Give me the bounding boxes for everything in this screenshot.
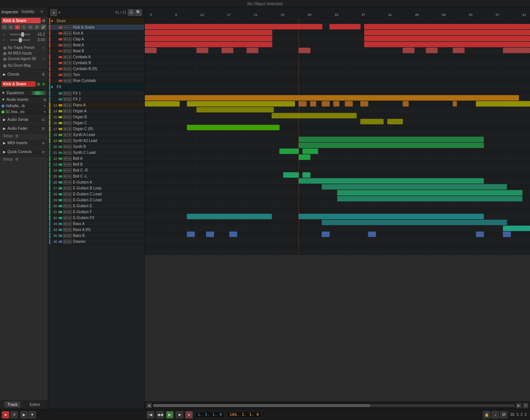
list-item[interactable]: 19 m s Synth A2 Lead <box>48 138 144 144</box>
solo-button[interactable]: s <box>67 192 72 196</box>
play-btn[interactable]: ▶ <box>166 411 173 419</box>
mute-button[interactable]: m <box>63 25 67 30</box>
marker-btn[interactable]: M <box>500 411 507 419</box>
solo-button[interactable]: s <box>67 49 72 53</box>
solo-button[interactable]: s <box>67 239 72 244</box>
list-item[interactable]: 35 m s Bass B <box>48 233 144 239</box>
sub-track-badge[interactable]: Kick & Snare <box>1 81 36 87</box>
list-item[interactable]: 22 m s Bell A <box>48 156 144 162</box>
record-transport-btn[interactable]: ● <box>185 411 193 419</box>
solo-button[interactable]: s <box>67 234 72 238</box>
solo-button[interactable]: s <box>67 198 72 202</box>
solo-button[interactable]: s <box>67 222 72 226</box>
volume-fader[interactable] <box>10 34 30 35</box>
mute-button[interactable]: m <box>63 239 67 244</box>
mute-button[interactable]: m <box>63 168 67 173</box>
solo-button[interactable]: s <box>67 133 72 137</box>
mute-button[interactable]: m <box>63 133 67 137</box>
solo-button[interactable]: s <box>67 109 72 113</box>
mute-button[interactable]: m <box>63 222 67 226</box>
list-item[interactable]: m s Cymbals B (R) <box>48 66 144 72</box>
scroll-left-btn[interactable]: ◀ <box>146 403 152 408</box>
solo-button[interactable]: s <box>67 61 72 65</box>
chords-header[interactable]: ▶ Chords ☰ <box>1 71 46 77</box>
solo-button[interactable]: s <box>67 168 72 173</box>
chords-menu-icon[interactable]: ☰ <box>42 73 45 76</box>
mute-button[interactable]: m <box>63 198 67 202</box>
list-item[interactable]: 28 m s E-Guitars C Lead <box>48 191 144 197</box>
solo-button[interactable]: s <box>67 162 72 167</box>
mute-button[interactable]: m <box>63 127 67 131</box>
mute-button[interactable]: m <box>63 234 67 238</box>
list-item[interactable]: 13 m s Piano A <box>48 102 144 108</box>
solo-button[interactable]: s <box>67 115 72 119</box>
list-item[interactable]: 33 m s Bass A <box>48 221 144 227</box>
rewind-to-start-btn[interactable]: |◀ <box>147 411 154 419</box>
tab-editor[interactable]: Editor <box>27 401 43 407</box>
list-item[interactable]: 30 m s E-Guitars E <box>48 203 144 209</box>
audio-fader-icon[interactable]: ⊡ <box>42 127 45 130</box>
setup-row[interactable]: Setup ⚙ <box>0 133 48 139</box>
plugin1-name[interactable]: Valhalla...rb <box>6 104 42 108</box>
list-item[interactable]: 29 m s E-Guitars D Lead <box>48 197 144 203</box>
mute-button[interactable]: m <box>63 174 67 179</box>
solo-button[interactable]: s <box>67 91 72 96</box>
mute-button[interactable]: m <box>63 109 67 113</box>
solo-button[interactable]: s <box>67 151 72 155</box>
dropdown-icon[interactable]: ▼ <box>58 11 61 14</box>
pan-fader[interactable] <box>10 39 30 41</box>
group-collapse-icon[interactable]: ▼ <box>50 85 56 89</box>
list-item[interactable]: 20 m s Synth B <box>48 144 144 150</box>
lock-btn[interactable]: 🔒 <box>483 411 490 419</box>
mute-button[interactable]: m <box>63 210 67 214</box>
mute-button[interactable]: m <box>63 151 67 155</box>
solo-button[interactable]: s <box>67 186 72 191</box>
midi-inputs-row[interactable]: ⬤ All MIDI Inputs <box>1 50 46 56</box>
audio-sends-icon[interactable]: ⊡ <box>42 118 45 122</box>
list-item[interactable]: 25 m s Bell C -L <box>48 173 144 179</box>
mute-button[interactable]: m <box>63 73 67 77</box>
list-item[interactable]: 18 m s Synth A Lead <box>48 132 144 138</box>
sub-track-close-icon[interactable]: ✕ <box>42 82 46 86</box>
track-search-btn[interactable]: 🔍 <box>135 9 142 16</box>
tempo-btn[interactable]: ♩ <box>491 411 499 419</box>
list-item[interactable]: 21 m s Synth C Lead <box>48 150 144 156</box>
horizontal-scrollbar[interactable] <box>153 404 515 407</box>
mute-button[interactable]: m <box>63 37 67 42</box>
zoom-settings-btn[interactable]: ⚙ <box>523 403 528 408</box>
mute-button[interactable]: m <box>63 204 67 208</box>
position-display[interactable]: 1. 1. 1. 0 <box>195 411 225 418</box>
scroll-thumb[interactable] <box>153 404 370 407</box>
list-item[interactable]: 24 m s Bell C -R <box>48 168 144 173</box>
list-item[interactable]: m s Kick & Snare <box>48 24 144 30</box>
mute-button[interactable]: m <box>63 97 67 102</box>
groove-agent-row[interactable]: ⬤ Groove Agent SE ↗ <box>1 56 46 62</box>
monitor-btn[interactable]: ● <box>14 24 20 30</box>
mute-button[interactable]: m <box>63 43 67 47</box>
mute-button[interactable]: m <box>63 228 67 232</box>
mute-button[interactable]: m <box>63 216 67 220</box>
list-item[interactable]: 32 m s E-Guitars FX <box>48 215 144 221</box>
solo-button[interactable]: s <box>67 145 72 149</box>
list-item[interactable]: m s FX 1 <box>48 90 144 96</box>
list-item[interactable]: m s Beat B <box>48 48 144 54</box>
solo-button[interactable]: s <box>67 37 72 42</box>
mute-button[interactable]: m <box>63 156 67 161</box>
mute-button[interactable]: m <box>63 139 67 143</box>
scroll-right-btn[interactable]: ▶ <box>516 403 521 408</box>
mute-button[interactable]: m <box>63 115 67 119</box>
mute-button[interactable]: m <box>63 55 67 59</box>
mute-button[interactable]: m <box>63 31 67 36</box>
mode-btn-1[interactable]: ▶ <box>20 411 28 419</box>
solo-button[interactable]: s <box>67 228 72 232</box>
solo-button[interactable]: s <box>67 67 72 71</box>
solo-button[interactable]: s <box>67 31 72 36</box>
link-btn[interactable]: 🔗 <box>40 24 46 30</box>
midi-inserts-icon[interactable]: ⊙ <box>42 141 45 145</box>
audio-inserts-expand-icon[interactable]: ⊡ <box>43 98 46 102</box>
plugin2-arrow-icon[interactable]: ▼ <box>43 110 46 114</box>
track-options-icon[interactable]: ⚙ <box>42 19 46 23</box>
timeline-ruler[interactable]: 5 9 13 17 21 25 29 33 37 41 45 49 53 57 <box>145 7 530 18</box>
solo-button[interactable]: s <box>67 156 72 161</box>
list-item[interactable]: m s Kick A <box>48 30 144 36</box>
